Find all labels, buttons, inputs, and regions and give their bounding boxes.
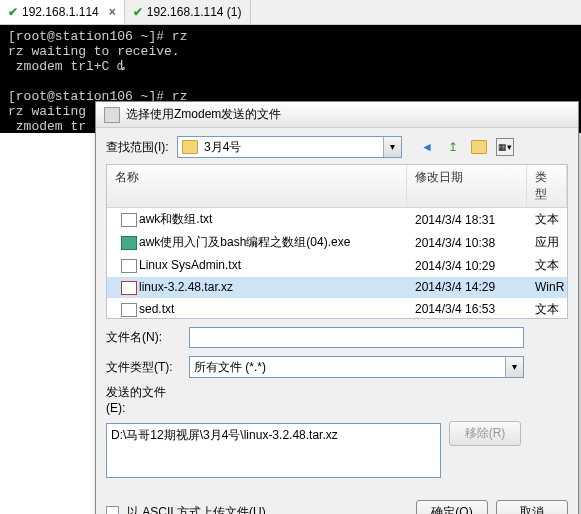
tab-label: 192.168.1.114 (1): [147, 5, 242, 19]
file-list-header: 名称 修改日期 类型: [107, 165, 567, 208]
file-name: Linux SysAdmin.txt: [139, 258, 241, 272]
chevron-down-icon[interactable]: ▾: [505, 357, 523, 377]
filetype-value: 所有文件 (*.*): [190, 359, 505, 376]
file-row[interactable]: awk和数组.txt2014/3/4 18:31文本: [107, 208, 567, 231]
zmodem-send-dialog: 选择使用Zmodem发送的文件 查找范围(I): 3月4号 ▾ ◄ ↥ ▦▾ 名…: [95, 101, 579, 514]
file-icon: [121, 303, 137, 317]
folder-name: 3月4号: [202, 139, 383, 156]
ascii-checkbox[interactable]: [106, 506, 119, 514]
file-name: linux-3.2.48.tar.xz: [139, 280, 233, 294]
file-icon: [121, 236, 137, 250]
check-icon: ✔: [8, 5, 18, 19]
up-icon[interactable]: ↥: [444, 138, 462, 156]
file-row[interactable]: awk使用入门及bash编程之数组(04).exe2014/3/4 10:38应…: [107, 231, 567, 254]
filetype-label: 文件类型(T):: [106, 359, 181, 376]
toolbar-icons: ◄ ↥ ▦▾: [418, 138, 514, 156]
file-date: 2014/3/4 16:53: [407, 301, 527, 317]
file-row[interactable]: sed.txt2014/3/4 16:53文本: [107, 298, 567, 319]
dialog-titlebar: 选择使用Zmodem发送的文件: [96, 102, 578, 128]
filename-input[interactable]: [189, 327, 524, 348]
file-type: 文本: [527, 210, 567, 229]
sent-files-label: 发送的文件(E):: [106, 384, 181, 415]
file-type: WinR: [527, 279, 567, 295]
file-type: 应用: [527, 233, 567, 252]
file-icon: [121, 259, 137, 273]
folder-icon: [182, 140, 198, 154]
file-name: awk使用入门及bash编程之数组(04).exe: [139, 235, 350, 249]
filetype-select[interactable]: 所有文件 (*.*) ▾: [189, 356, 524, 378]
file-name: awk和数组.txt: [139, 212, 212, 226]
ascii-label: 以 ASCII 方式上传文件(U): [127, 504, 266, 514]
ok-button[interactable]: 确定(O): [416, 500, 488, 514]
dialog-icon: [104, 107, 120, 123]
file-type: 文本: [527, 300, 567, 319]
filename-label: 文件名(N):: [106, 329, 181, 346]
col-name[interactable]: 名称: [107, 165, 407, 207]
cancel-button[interactable]: 取消: [496, 500, 568, 514]
tab-2[interactable]: ✔ 192.168.1.114 (1): [125, 0, 251, 24]
file-list: 名称 修改日期 类型 awk和数组.txt2014/3/4 18:31文本awk…: [106, 164, 568, 319]
back-icon[interactable]: ◄: [418, 138, 436, 156]
tab-1[interactable]: ✔ 192.168.1.114 ×: [0, 0, 125, 24]
sent-file-path: D:\马哥12期视屏\3月4号\linux-3.2.48.tar.xz: [111, 428, 338, 442]
chevron-down-icon[interactable]: ▾: [383, 137, 401, 157]
lookin-label: 查找范围(I):: [106, 139, 171, 156]
col-date[interactable]: 修改日期: [407, 165, 527, 207]
file-row[interactable]: linux-3.2.48.tar.xz2014/3/4 14:29WinR: [107, 277, 567, 298]
file-row[interactable]: Linux SysAdmin.txt2014/3/4 10:29文本: [107, 254, 567, 277]
view-menu-icon[interactable]: ▦▾: [496, 138, 514, 156]
file-name: sed.txt: [139, 302, 174, 316]
file-type: 文本: [527, 256, 567, 275]
remove-button[interactable]: 移除(R): [449, 421, 521, 446]
dialog-title: 选择使用Zmodem发送的文件: [126, 106, 281, 123]
file-date: 2014/3/4 18:31: [407, 212, 527, 228]
file-date: 2014/3/4 10:38: [407, 235, 527, 251]
col-type[interactable]: 类型: [527, 165, 567, 207]
file-date: 2014/3/4 10:29: [407, 258, 527, 274]
file-icon: [121, 281, 137, 295]
check-icon: ✔: [133, 5, 143, 19]
folder-combo[interactable]: 3月4号 ▾: [177, 136, 402, 158]
file-date: 2014/3/4 14:29: [407, 279, 527, 295]
tab-label: 192.168.1.114: [22, 5, 99, 19]
sent-files-list[interactable]: D:\马哥12期视屏\3月4号\linux-3.2.48.tar.xz: [106, 423, 441, 478]
tab-bar: ✔ 192.168.1.114 × ✔ 192.168.1.114 (1): [0, 0, 581, 25]
close-icon[interactable]: ×: [109, 5, 116, 19]
file-icon: [121, 213, 137, 227]
new-folder-icon[interactable]: [470, 138, 488, 156]
